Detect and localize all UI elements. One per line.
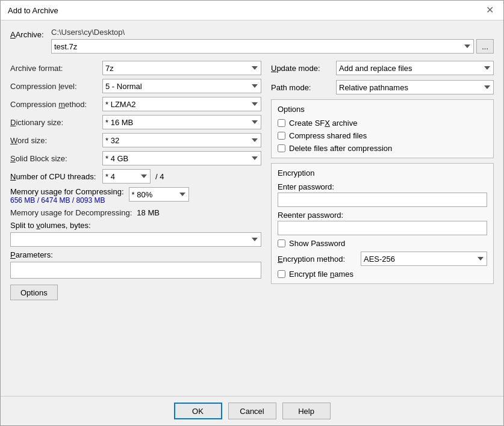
options-group: Options Create SFX archive Compress shar… bbox=[271, 99, 494, 158]
update-mode-select[interactable]: Add and replace files Update and add fil… bbox=[336, 61, 494, 75]
solid-block-size-row: Solid Block size: * 4 GB 1 GB 512 MB bbox=[10, 151, 261, 165]
parameters-input[interactable] bbox=[10, 262, 261, 279]
memory-decompress-row: Memory usage for Decompressing: 18 MB bbox=[10, 208, 261, 217]
delete-after-label: Delete files after compression bbox=[289, 144, 392, 153]
dialog-footer: OK Cancel Help bbox=[1, 396, 503, 425]
archive-row: AArchive: C:\Users\cy\Desktop\ test.7z .… bbox=[10, 28, 494, 54]
path-mode-select[interactable]: Relative pathnames Absolute pathnames No… bbox=[336, 80, 494, 94]
archive-filename-select[interactable]: test.7z bbox=[51, 39, 474, 54]
archive-input-row: test.7z ... bbox=[51, 39, 494, 54]
create-sfx-checkbox[interactable] bbox=[278, 119, 285, 127]
encryption-group: Encryption Enter password: Reenter passw… bbox=[271, 163, 494, 284]
cpu-threads-label: Number of CPU threads: bbox=[10, 172, 98, 181]
archive-format-row: Archive format: 7z zip tar bbox=[10, 61, 261, 75]
close-button[interactable]: ✕ bbox=[484, 5, 496, 15]
update-mode-label: Update mode: bbox=[271, 64, 331, 73]
enter-password-section: Enter password: bbox=[278, 182, 487, 207]
memory-compress-select[interactable]: * 80% 60% 40% bbox=[129, 187, 189, 202]
memory-compress-info: 656 MB / 6474 MB / 8093 MB bbox=[10, 196, 124, 205]
reenter-password-label: Reenter password: bbox=[278, 211, 487, 220]
show-password-checkbox[interactable] bbox=[278, 239, 285, 247]
left-column: Archive format: 7z zip tar Compression l… bbox=[10, 61, 261, 389]
ok-button[interactable]: OK bbox=[174, 403, 222, 419]
memory-compress-block: Memory usage for Compressing: 656 MB / 6… bbox=[10, 187, 261, 205]
cpu-total: / 4 bbox=[155, 172, 164, 181]
solid-block-size-select[interactable]: * 4 GB 1 GB 512 MB bbox=[102, 151, 261, 165]
split-volumes-label: Split to volumes, bytes: bbox=[10, 221, 261, 230]
browse-button[interactable]: ... bbox=[476, 39, 494, 54]
dictionary-size-select[interactable]: * 16 MB 32 MB 64 MB bbox=[102, 115, 261, 129]
parameters-label: Parameters: bbox=[10, 250, 261, 259]
memory-compress-label: Memory usage for Compressing: bbox=[10, 187, 124, 196]
show-password-row: Show Password bbox=[278, 239, 487, 248]
title-bar: Add to Archive ✕ bbox=[1, 1, 503, 20]
help-button[interactable]: Help bbox=[282, 403, 331, 419]
archive-format-label: Archive format: bbox=[10, 64, 98, 73]
cancel-button[interactable]: Cancel bbox=[228, 403, 276, 419]
path-mode-row: Path mode: Relative pathnames Absolute p… bbox=[271, 80, 494, 94]
reenter-password-input[interactable] bbox=[278, 221, 487, 235]
enter-password-label: Enter password: bbox=[278, 182, 487, 191]
create-sfx-label: Create SFX archive bbox=[289, 119, 357, 128]
encryption-title: Encryption bbox=[278, 168, 487, 177]
options-btn-row: Options bbox=[10, 285, 261, 300]
encrypt-filenames-label: Encrypt file names bbox=[289, 270, 353, 279]
delete-after-checkbox[interactable] bbox=[278, 144, 285, 152]
main-area: Archive format: 7z zip tar Compression l… bbox=[10, 61, 494, 389]
word-size-label: Word size: bbox=[10, 136, 98, 145]
options-group-title: Options bbox=[278, 105, 487, 114]
encryption-method-label: Encryption method: bbox=[278, 255, 356, 264]
encrypt-filenames-checkbox[interactable] bbox=[278, 270, 285, 278]
compress-shared-checkbox[interactable] bbox=[278, 132, 285, 140]
dialog-title: Add to Archive bbox=[8, 6, 58, 15]
parameters-row: Parameters: bbox=[10, 250, 261, 279]
split-volumes-select[interactable] bbox=[10, 232, 261, 247]
right-column: Update mode: Add and replace files Updat… bbox=[271, 61, 494, 389]
dictionary-size-row: Dictionary size: * 16 MB 32 MB 64 MB bbox=[10, 115, 261, 129]
encryption-method-row: Encryption method: AES-256 bbox=[278, 252, 487, 266]
options-button[interactable]: Options bbox=[10, 285, 58, 300]
cpu-threads-row: Number of CPU threads: 1 2 * 4 / 4 bbox=[10, 169, 261, 184]
solid-block-size-label: Solid Block size: bbox=[10, 154, 98, 163]
delete-after-row: Delete files after compression bbox=[278, 144, 487, 153]
create-sfx-row: Create SFX archive bbox=[278, 119, 487, 128]
compression-level-row: Compression level: 0 - Store 1 - Fastest… bbox=[10, 79, 261, 93]
cpu-threads-select[interactable]: 1 2 * 4 bbox=[102, 169, 151, 184]
archive-label: AArchive: bbox=[10, 28, 46, 39]
memory-compress-row: Memory usage for Compressing: 656 MB / 6… bbox=[10, 187, 261, 205]
dictionary-size-label: Dictionary size: bbox=[10, 118, 98, 127]
compression-level-label: Compression level: bbox=[10, 82, 98, 91]
compress-shared-row: Compress shared files bbox=[278, 131, 487, 140]
archive-path-text: C:\Users\cy\Desktop\ bbox=[51, 28, 494, 37]
update-mode-row: Update mode: Add and replace files Updat… bbox=[271, 61, 494, 75]
compression-level-select[interactable]: 0 - Store 1 - Fastest 3 - Fast 5 - Norma… bbox=[102, 79, 261, 93]
path-mode-label: Path mode: bbox=[271, 83, 331, 92]
compression-method-label: Compression method: bbox=[10, 100, 98, 109]
archive-format-select[interactable]: 7z zip tar bbox=[102, 61, 261, 75]
dialog-content: AArchive: C:\Users\cy\Desktop\ test.7z .… bbox=[1, 20, 503, 396]
add-to-archive-dialog: Add to Archive ✕ AArchive: C:\Users\cy\D… bbox=[0, 0, 504, 426]
word-size-select[interactable]: * 32 64 128 bbox=[102, 133, 261, 147]
word-size-row: Word size: * 32 64 128 bbox=[10, 133, 261, 147]
encrypt-filenames-row: Encrypt file names bbox=[278, 270, 487, 279]
memory-decompress-value: 18 MB bbox=[137, 208, 160, 217]
compress-shared-label: Compress shared files bbox=[289, 131, 367, 140]
compression-method-row: Compression method: * LZMA2 LZMA PPMd bbox=[10, 97, 261, 111]
enter-password-input[interactable] bbox=[278, 193, 487, 207]
archive-path-col: C:\Users\cy\Desktop\ test.7z ... bbox=[51, 28, 494, 54]
encryption-method-select[interactable]: AES-256 bbox=[361, 252, 487, 266]
show-password-label: Show Password bbox=[289, 239, 345, 248]
split-volumes-row: Split to volumes, bytes: bbox=[10, 221, 261, 247]
compression-method-select[interactable]: * LZMA2 LZMA PPMd bbox=[102, 97, 261, 111]
memory-decompress-label: Memory usage for Decompressing: bbox=[10, 208, 132, 217]
reenter-password-section: Reenter password: bbox=[278, 211, 487, 235]
